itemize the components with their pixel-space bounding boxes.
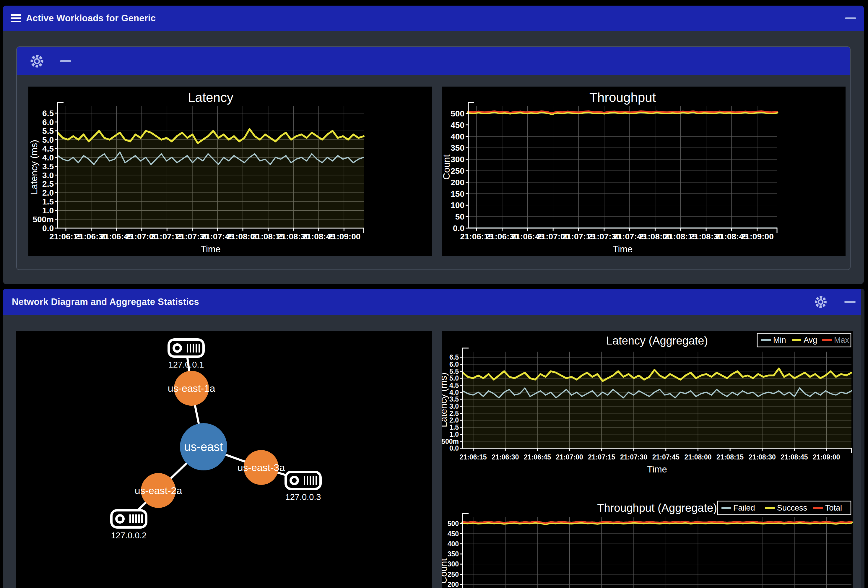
minus-icon[interactable] [844,301,856,303]
svg-text:50: 50 [455,212,464,221]
network-diagram[interactable]: 127.0.0.1us-east-1aus-eastus-east-3a127.… [16,331,432,588]
svg-text:350: 350 [447,550,459,558]
svg-text:400: 400 [447,540,459,548]
svg-text:450: 450 [447,530,459,538]
svg-text:500m: 500m [32,215,54,224]
svg-text:3.5: 3.5 [42,162,54,171]
svg-text:us-east: us-east [184,440,223,453]
svg-text:3.5: 3.5 [449,395,459,403]
svg-text:us-east-2a: us-east-2a [135,485,182,496]
svg-text:21:07:45: 21:07:45 [652,453,679,461]
network-diagram-panel: Network Diagram and Aggregate Statistics… [3,289,865,588]
scrollbar-track[interactable] [861,289,865,588]
svg-text:300: 300 [447,560,459,568]
panel-title: Network Diagram and Aggregate Statistics [12,297,199,307]
svg-text:Latency (ms): Latency (ms) [442,372,449,427]
svg-text:Count: Count [442,558,449,584]
svg-text:21:09:00: 21:09:00 [813,453,840,461]
svg-text:Avg: Avg [804,336,817,344]
throughput-aggregate-chart: Throughput (Aggregate)0.0501001502002503… [442,499,853,588]
svg-text:us-east-3a: us-east-3a [238,462,285,473]
svg-text:6.5: 6.5 [42,109,54,118]
svg-text:2.5: 2.5 [42,179,54,189]
svg-text:5.0: 5.0 [42,135,54,145]
svg-text:1.0: 1.0 [42,206,54,215]
svg-text:4.0: 4.0 [449,389,459,396]
svg-text:2.0: 2.0 [449,416,459,424]
gear-icon[interactable] [813,295,828,309]
svg-text:500: 500 [447,520,459,527]
svg-text:Throughput (Aggregate): Throughput (Aggregate) [597,502,717,514]
svg-text:0.0: 0.0 [42,224,54,233]
latency-aggregate-chart: Latency (Aggregate)0.0500m1.01.52.02.53.… [442,331,853,479]
svg-text:250: 250 [447,570,459,578]
svg-text:3.0: 3.0 [449,402,459,410]
svg-text:6.0: 6.0 [42,118,54,127]
workload-charts-subpanel: Latency0.0500m1.01.52.02.53.03.54.04.55.… [16,46,850,270]
throughput-chart: Throughput0.0501001502002503003504004505… [442,87,846,256]
svg-text:us-east-1a: us-east-1a [168,383,216,394]
svg-text:Time: Time [647,464,667,474]
active-workloads-panel: Active Workloads for Generic Latency0.05… [3,6,864,284]
svg-text:4.0: 4.0 [42,153,54,162]
chart-cards-row: Latency0.0500m1.01.52.02.53.03.54.04.55.… [17,75,850,256]
svg-text:1.0: 1.0 [449,430,459,438]
svg-text:127.0.0.3: 127.0.0.3 [285,492,321,502]
svg-text:21:08:30: 21:08:30 [748,453,776,461]
svg-text:4.5: 4.5 [42,144,54,154]
svg-text:400: 400 [450,132,464,141]
svg-text:5.5: 5.5 [449,368,459,375]
minus-icon[interactable] [60,60,71,62]
svg-text:Time: Time [201,244,221,254]
svg-text:Total: Total [825,504,842,513]
svg-text:250: 250 [450,166,464,176]
svg-text:200: 200 [447,581,459,588]
server-icon [169,340,204,357]
svg-text:21:07:30: 21:07:30 [620,453,647,461]
svg-text:150: 150 [450,189,464,199]
svg-text:127.0.0.2: 127.0.0.2 [111,531,147,540]
server-icon [286,472,320,489]
svg-text:4.5: 4.5 [449,381,459,389]
active-workloads-panel-header: Active Workloads for Generic [3,6,864,31]
svg-text:21:07:15: 21:07:15 [588,453,615,461]
network-panel-header: Network Diagram and Aggregate Statistics [3,289,865,315]
svg-text:21:07:00: 21:07:00 [556,453,583,461]
gear-icon[interactable] [29,53,44,69]
svg-text:21:09:00: 21:09:00 [741,232,774,241]
svg-text:5.5: 5.5 [42,127,54,136]
svg-text:6.5: 6.5 [449,353,459,361]
svg-text:Time: Time [613,244,633,254]
svg-text:0.0: 0.0 [449,445,459,452]
svg-text:5.0: 5.0 [449,374,459,382]
svg-text:21:06:15: 21:06:15 [459,453,487,461]
svg-text:300: 300 [450,155,464,164]
svg-text:21:08:15: 21:08:15 [716,453,744,461]
subpanel-header [17,47,850,75]
svg-text:Count: Count [442,155,452,180]
svg-text:2.5: 2.5 [449,409,459,417]
svg-text:21:08:00: 21:08:00 [684,453,712,461]
svg-text:Max: Max [834,336,849,344]
svg-text:Latency (Aggregate): Latency (Aggregate) [606,334,708,347]
svg-text:127.0.0.1: 127.0.0.1 [168,360,204,369]
svg-text:Success: Success [777,504,807,513]
svg-text:100: 100 [450,201,464,210]
svg-text:Min: Min [773,336,786,344]
svg-text:Throughput: Throughput [589,90,656,105]
server-icon [111,510,146,527]
svg-text:Latency: Latency [188,90,233,105]
hamburger-menu-icon[interactable] [10,14,21,22]
latency-chart: Latency0.0500m1.01.52.02.53.03.54.04.55.… [28,87,432,256]
svg-text:1.5: 1.5 [42,197,54,206]
minus-icon[interactable] [845,18,856,19]
svg-text:500m: 500m [442,437,459,445]
svg-text:6.0: 6.0 [449,360,459,368]
svg-text:450: 450 [450,121,464,130]
svg-text:350: 350 [450,143,464,152]
svg-text:200: 200 [450,178,464,187]
svg-text:2.0: 2.0 [42,188,54,197]
svg-text:1.5: 1.5 [449,423,459,431]
svg-text:21:08:45: 21:08:45 [781,453,808,461]
svg-text:21:06:30: 21:06:30 [492,453,519,461]
